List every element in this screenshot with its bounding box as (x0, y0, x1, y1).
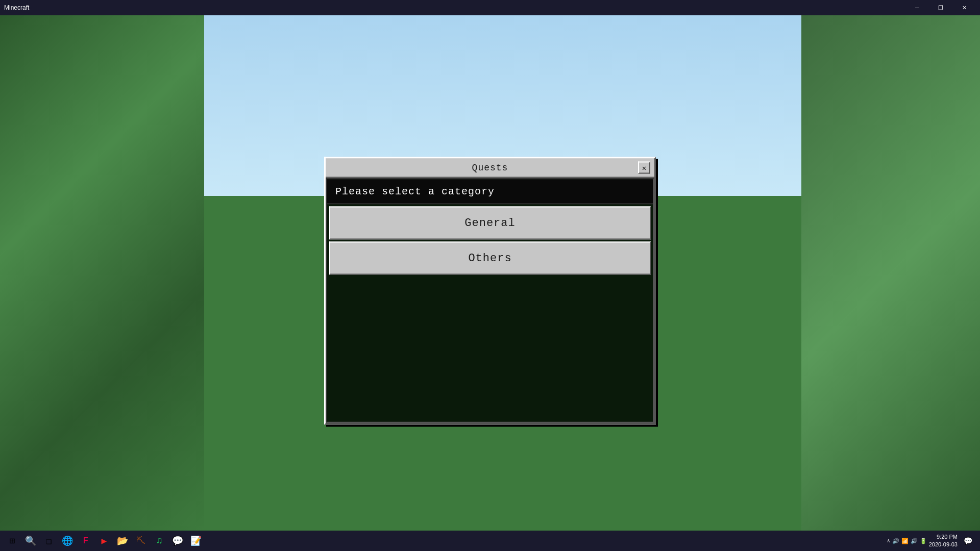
tray-icons-area: 🔊 (892, 538, 899, 544)
close-window-button[interactable]: ✕ (952, 0, 976, 15)
discord-icon[interactable]: 💬 (169, 533, 186, 549)
task-view-icon[interactable]: ❑ (41, 533, 57, 549)
network-icon[interactable]: 📶 (901, 538, 909, 544)
empty-area (329, 277, 651, 420)
window-titlebar: Minecraft ─ ❐ ✕ (0, 0, 980, 15)
window-app-title: Minecraft (4, 4, 29, 11)
quests-dialog-wrapper: Quests ✕ Please select a category Genera… (324, 157, 656, 425)
battery-icon[interactable]: 🔋 (920, 538, 927, 544)
search-icon[interactable]: 🔍 (22, 533, 39, 549)
explorer-icon[interactable]: 📂 (114, 533, 131, 549)
dialog-header-text: Please select a category (335, 186, 495, 197)
category-list: General Others (327, 205, 653, 422)
restore-button[interactable]: ❐ (929, 0, 952, 15)
dialog-header-bar: Please select a category (327, 180, 653, 205)
dialog-title: Quests (472, 163, 508, 173)
spotify-icon[interactable]: ♫ (151, 533, 167, 549)
trees-right (801, 15, 980, 531)
notes-icon[interactable]: 📝 (188, 533, 204, 549)
dialog-body: Please select a category General Others (326, 178, 654, 423)
notification-icon[interactable]: 💬 (960, 533, 976, 549)
tray-expand-icon[interactable]: ∧ (887, 538, 890, 544)
speaker-icon[interactable]: 🔊 (911, 538, 918, 544)
filezilla-icon[interactable]: F (78, 533, 94, 549)
dialog-close-button[interactable]: ✕ (638, 162, 650, 174)
quests-dialog: Quests ✕ Please select a category Genera… (324, 157, 656, 425)
start-icon[interactable]: ⊞ (4, 533, 20, 549)
system-tray: ∧ 🔊 📶 🔊 🔋 (887, 538, 927, 544)
media-icon[interactable]: ▶ (96, 533, 112, 549)
taskbar: ⊞ 🔍 ❑ 🌐 F ▶ 📂 ⛏ ♫ 💬 📝 ∧ 🔊 📶 🔊 🔋 9:20 PM … (0, 531, 980, 551)
time: 9:20 PM (929, 533, 958, 541)
window-controls: ─ ❐ ✕ (905, 0, 976, 15)
date: 2020-09-03 (929, 541, 958, 548)
edge-browser-icon[interactable]: 🌐 (59, 533, 76, 549)
minecraft-icon[interactable]: ⛏ (133, 533, 149, 549)
clock-display[interactable]: 9:20 PM 2020-09-03 (929, 533, 958, 549)
minimize-button[interactable]: ─ (905, 0, 929, 15)
category-button-general[interactable]: General (329, 207, 651, 240)
category-button-others[interactable]: Others (329, 242, 651, 275)
dialog-titlebar: Quests ✕ (326, 159, 654, 178)
trees-left (0, 15, 204, 531)
